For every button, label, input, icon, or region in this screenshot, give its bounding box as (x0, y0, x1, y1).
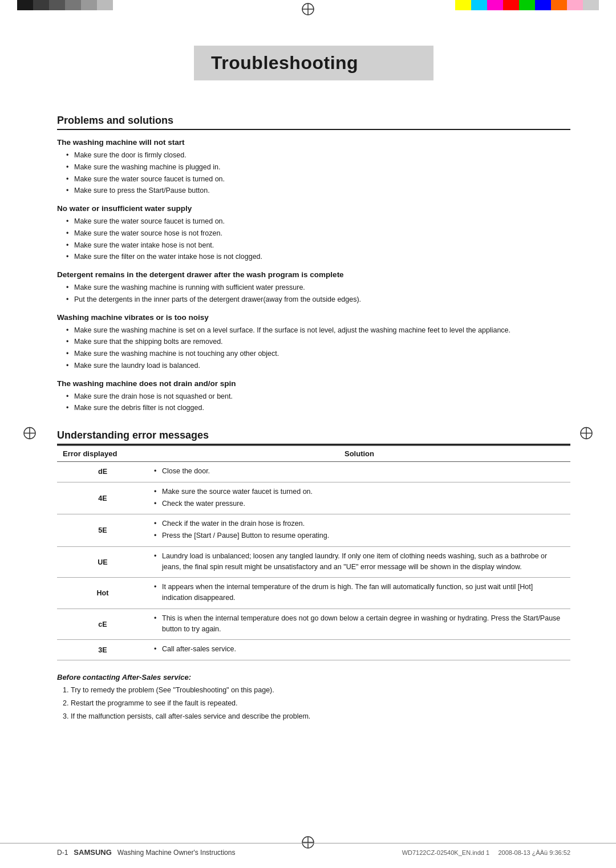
after-sales-title: Before contacting After-Sales service: (57, 673, 570, 682)
color-block (97, 0, 113, 10)
footer-left: D-1 SAMSUNG Washing Machine Owner's Inst… (57, 848, 235, 857)
list-item: Make sure the laundry load is balanced. (66, 360, 570, 371)
table-row: dE Close the door. (57, 462, 570, 482)
left-color-strip (17, 0, 113, 10)
problem-list-2: Make sure the water source faucet is tur… (57, 216, 570, 262)
error-code-5E: 5E (57, 514, 148, 547)
color-block (551, 0, 567, 10)
problem-heading-5: The washing machine does not drain and/o… (57, 379, 570, 388)
color-block (519, 0, 535, 10)
list-item: Make sure the water intake hose is not b… (66, 240, 570, 251)
problem-heading-2: No water or insufficient water supply (57, 204, 570, 213)
color-block (455, 0, 471, 10)
error-code-3E: 3E (57, 640, 148, 660)
table-row: UE Laundry load is unbalanced; loosen an… (57, 546, 570, 578)
color-block (583, 0, 599, 10)
color-block (503, 0, 519, 10)
error-code-Hot: Hot (57, 578, 148, 609)
solution-cell-dE: Close the door. (148, 462, 570, 482)
footer: D-1 SAMSUNG Washing Machine Owner's Inst… (0, 843, 616, 857)
after-sales-list: Try to remedy the problem (See "Troubles… (57, 685, 570, 721)
page-title: Troubleshooting (211, 52, 416, 74)
table-row: 4E Make sure the source water faucet is … (57, 482, 570, 514)
page-content: Troubleshooting Problems and solutions T… (0, 11, 616, 758)
color-block (81, 0, 97, 10)
problems-section: Problems and solutions The washing machi… (57, 115, 570, 413)
solution-cell-UE: Laundry load is unbalanced; loosen any t… (148, 546, 570, 578)
color-block (65, 0, 81, 10)
list-item: Call after-sales service. (154, 644, 565, 655)
color-block (567, 0, 583, 10)
list-item: It appears when the internal temperature… (154, 582, 565, 603)
problem-list-3: Make sure the washing machine is running… (57, 282, 570, 305)
solution-cell-Hot: It appears when the internal temperature… (148, 578, 570, 609)
problem-list-4: Make sure the washing machine is set on … (57, 325, 570, 371)
error-table: Error displayed Solution dE Close the do… (57, 445, 570, 660)
table-row: Hot It appears when the internal tempera… (57, 578, 570, 609)
color-block (17, 0, 33, 10)
error-code-cE: cE (57, 609, 148, 640)
error-code-4E: 4E (57, 482, 148, 514)
problem-heading-4: Washing machine vibrates or is too noisy (57, 313, 570, 322)
list-item: Try to remedy the problem (See "Troubles… (71, 685, 570, 696)
problem-heading-3: Detergent remains in the detergent drawe… (57, 270, 570, 279)
brand-name: SAMSUNG (74, 848, 111, 857)
after-sales-section: Before contacting After-Sales service: T… (57, 673, 570, 721)
list-item: Make sure that the shipping bolts are re… (66, 336, 570, 347)
error-table-section: Understanding error messages Error displ… (57, 429, 570, 660)
list-item: Make sure the drain hose is not squashed… (66, 391, 570, 402)
date-info: 2008-08-13 ¿ÀÀü 9:36:52 (498, 849, 570, 856)
table-row: 5E Check if the water in the drain hose … (57, 514, 570, 547)
problem-heading-1: The washing machine will not start (57, 138, 570, 147)
list-item: Make sure the water source faucet is tur… (66, 216, 570, 227)
list-item: Restart the programme to see if the faul… (71, 698, 570, 709)
doc-title: Washing Machine Owner's Instructions (117, 849, 236, 857)
problems-heading: Problems and solutions (57, 115, 570, 130)
list-item: Make sure the door is firmly closed. (66, 150, 570, 161)
problem-list-1: Make sure the door is firmly closed. Mak… (57, 150, 570, 196)
file-info: WD7122CZ-02540K_EN.indd 1 (402, 849, 489, 856)
color-block (487, 0, 503, 10)
list-item: Close the door. (154, 466, 565, 477)
list-item: Make sure the washing machine is plugged… (66, 162, 570, 173)
color-block (471, 0, 487, 10)
list-item: Put the detergents in the inner parts of… (66, 294, 570, 305)
footer-right: WD7122CZ-02540K_EN.indd 1 2008-08-13 ¿ÀÀ… (402, 849, 570, 856)
title-section: Troubleshooting (194, 46, 433, 80)
list-item: Make sure the washing machine is not tou… (66, 348, 570, 359)
table-row: 3E Call after-sales service. (57, 640, 570, 660)
col-error-header: Error displayed (57, 445, 148, 462)
solution-cell-cE: This is when the internal temperature do… (148, 609, 570, 640)
list-item: Make sure the filter on the water intake… (66, 252, 570, 262)
registration-mark-top (301, 2, 315, 18)
registration-mark-left (23, 427, 37, 442)
list-item: Make sure the washing machine is set on … (66, 325, 570, 336)
problem-list-5: Make sure the drain hose is not squashed… (57, 391, 570, 414)
col-solution-header: Solution (148, 445, 570, 462)
error-code-UE: UE (57, 546, 148, 578)
list-item: If the malfunction persists, call after-… (71, 711, 570, 722)
error-messages-heading: Understanding error messages (57, 429, 570, 445)
title-wrapper: Troubleshooting (57, 46, 570, 98)
list-item: This is when the internal temperature do… (154, 613, 565, 635)
list-item: Make sure the debris filter is not clogg… (66, 403, 570, 413)
right-color-strip (455, 0, 599, 10)
solution-cell-3E: Call after-sales service. (148, 640, 570, 660)
list-item: Press the [Start / Pause] Button to resu… (154, 530, 565, 541)
error-code-dE: dE (57, 462, 148, 482)
color-block (535, 0, 551, 10)
solution-cell-4E: Make sure the source water faucet is tur… (148, 482, 570, 514)
page-label: D-1 (57, 849, 68, 857)
list-item: Make sure the water source faucet is tur… (66, 174, 570, 185)
list-item: Check the water pressure. (154, 498, 565, 509)
solution-cell-5E: Check if the water in the drain hose is … (148, 514, 570, 547)
list-item: Make sure the water source hose is not f… (66, 228, 570, 239)
list-item: Make sure the source water faucet is tur… (154, 486, 565, 497)
list-item: Make sure the washing machine is running… (66, 282, 570, 293)
list-item: Make sure to press the Start/Pause butto… (66, 185, 570, 196)
color-block (49, 0, 65, 10)
color-block (33, 0, 49, 10)
registration-mark-right (579, 427, 593, 442)
table-header-row: Error displayed Solution (57, 445, 570, 462)
list-item: Laundry load is unbalanced; loosen any t… (154, 551, 565, 573)
